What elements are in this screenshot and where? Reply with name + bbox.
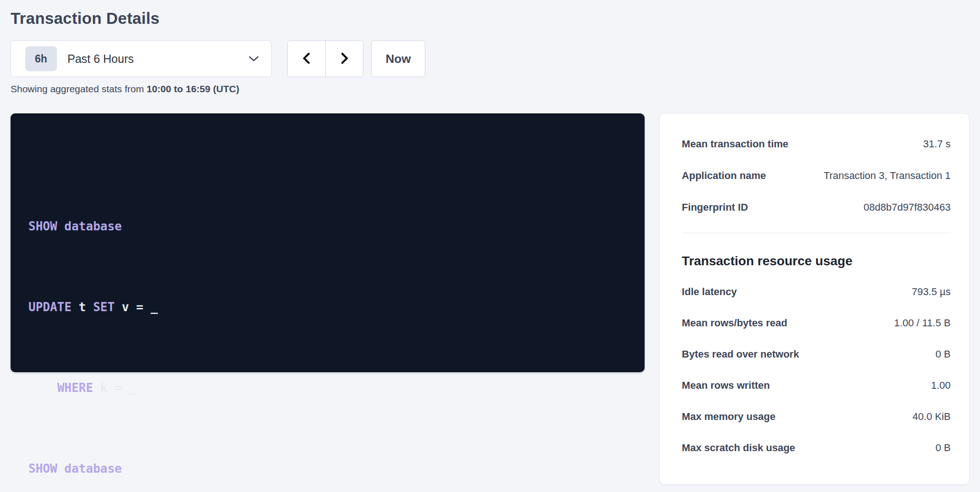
chevron-down-icon [248, 55, 259, 62]
time-range-badge: 6h [25, 46, 57, 71]
chevron-left-icon [301, 51, 312, 67]
sql-token-id [57, 462, 65, 475]
stat-value: 40.0 KiB [913, 410, 951, 423]
resource-usage-heading: Transaction resource usage [682, 253, 951, 269]
stat-row: Max scratch disk usage 0 B [682, 442, 951, 454]
sql-token-kw: WHERE [57, 381, 93, 395]
aggregation-note: Showing aggregated stats from 10:00 to 1… [11, 84, 969, 95]
stat-label: Idle latency [682, 285, 744, 298]
stat-label: Mean rows/bytes read [682, 317, 795, 330]
stat-row: Application name Transaction 3, Transact… [682, 169, 951, 182]
sql-statements-box: SHOW database UPDATE t SET v = _ WHERE k… [11, 113, 645, 372]
section-divider [682, 233, 951, 233]
stat-row: Bytes read over network 0 B [682, 348, 951, 361]
sql-token-kw: SHOW [28, 219, 57, 233]
time-range-label: Past 6 Hours [67, 52, 134, 66]
main-content: SHOW database UPDATE t SET v = _ WHERE k… [11, 113, 969, 485]
stat-label: Application name [682, 169, 773, 182]
stat-value: Transaction 3, Transaction 1 [824, 169, 951, 182]
chevron-right-icon [339, 51, 351, 67]
sql-line: UPDATE t SET v = _ [28, 297, 631, 317]
stat-label: Bytes read over network [682, 348, 807, 361]
now-button[interactable]: Now [371, 40, 425, 77]
sql-token-id [57, 219, 65, 233]
stat-label: Mean rows written [682, 379, 777, 392]
sql-line: SHOW database [28, 216, 631, 236]
stat-value: 1.00 [931, 379, 951, 392]
stat-row: Idle latency 793.5 µs [682, 285, 951, 298]
stat-row: Fingerprint ID 08d8b7d97f830463 [682, 201, 951, 214]
prev-time-button[interactable] [288, 41, 325, 77]
stat-label: Max memory usage [682, 410, 783, 423]
time-picker-toolbar: 6h Past 6 Hours [11, 40, 969, 77]
transaction-details-page: Transaction Details 6h Past 6 Hours [0, 0, 980, 485]
stat-value: 08d8b7d97f830463 [863, 201, 951, 214]
summary-rows: Mean transaction time 31.7 s Application… [682, 138, 951, 214]
sql-token-kw: database [64, 462, 122, 475]
stat-value: 0 B [935, 348, 951, 361]
resource-rows: Idle latency 793.5 µs Mean rows/bytes re… [682, 285, 951, 454]
sql-token-id: t [72, 300, 93, 314]
sql-line: WHERE k = _ [28, 378, 631, 398]
stat-label: Fingerprint ID [682, 201, 755, 214]
sql-token-id [28, 381, 57, 395]
aggregation-note-range: 10:00 to 16:59 (UTC) [147, 84, 239, 94]
stat-row: Max memory usage 40.0 KiB [682, 410, 951, 423]
stat-row: Mean transaction time 31.7 s [682, 138, 951, 151]
sql-token-kw: database [64, 219, 122, 233]
stat-value: 1.00 / 11.5 B [894, 317, 951, 330]
aggregation-note-prefix: Showing aggregated stats from [11, 84, 147, 94]
next-time-button[interactable] [325, 41, 363, 77]
stat-value: 31.7 s [923, 138, 951, 151]
sql-token-kw: SHOW [28, 462, 57, 475]
stat-row: Mean rows/bytes read 1.00 / 11.5 B [682, 317, 951, 330]
sql-token-id: k = _ [93, 381, 136, 395]
stat-value: 793.5 µs [912, 285, 951, 298]
stat-label: Max scratch disk usage [682, 442, 802, 454]
stat-label: Mean transaction time [682, 138, 796, 151]
summary-card: Mean transaction time 31.7 s Application… [659, 113, 969, 485]
stat-row: Mean rows written 1.00 [682, 379, 951, 392]
time-range-dropdown[interactable]: 6h Past 6 Hours [11, 40, 272, 77]
time-nav-group [287, 40, 363, 77]
sql-token-id: v = _ [115, 300, 158, 314]
sql-token-kw: UPDATE [28, 300, 72, 314]
sql-token-kw: SET [93, 300, 115, 314]
stat-value: 0 B [935, 442, 951, 454]
sql-line: SHOW database [28, 458, 631, 479]
page-title: Transaction Details [11, 7, 969, 29]
